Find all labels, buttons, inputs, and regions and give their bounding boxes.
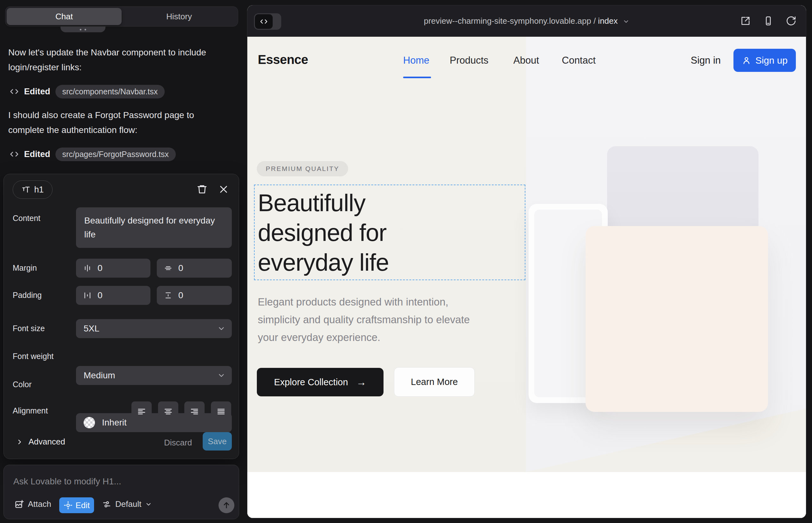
nav-link-home[interactable]: Home bbox=[403, 55, 429, 66]
font-weight-value: Medium bbox=[84, 371, 115, 381]
advanced-toggle[interactable]: Advanced bbox=[16, 437, 65, 447]
preview-site: Essence Home Products About Contact Sign… bbox=[247, 37, 806, 518]
color-select[interactable]: Inherit bbox=[76, 413, 232, 432]
file-chip[interactable]: src/components/Navbar.tsx bbox=[55, 85, 165, 98]
mode-label: Default bbox=[115, 499, 141, 509]
align-right-button[interactable] bbox=[184, 401, 205, 421]
padding-y-input[interactable]: 0 bbox=[157, 286, 232, 305]
learn-more-button[interactable]: Learn More bbox=[394, 367, 475, 397]
site-logo[interactable]: Essence bbox=[258, 53, 308, 67]
color-label: Color bbox=[13, 380, 32, 389]
align-left-button[interactable] bbox=[131, 401, 152, 421]
sign-up-button[interactable]: Sign up bbox=[734, 49, 796, 72]
lovable-app: Chat History Now let's update the Navbar… bbox=[0, 0, 812, 523]
align-center-button[interactable] bbox=[158, 401, 178, 421]
padding-horizontal-icon bbox=[83, 291, 92, 300]
color-value: Inherit bbox=[102, 418, 127, 428]
preview-window: preview--charming-site-symphony.lovable.… bbox=[247, 5, 806, 518]
edit-label: Edit bbox=[76, 501, 90, 510]
margin-x-value: 0 bbox=[98, 263, 103, 273]
font-size-value: 5XL bbox=[84, 324, 100, 334]
send-button[interactable] bbox=[218, 497, 234, 513]
arrow-right-icon: → bbox=[356, 376, 366, 388]
element-editor-panel: h1 Content Beautifully designed for ever… bbox=[3, 174, 239, 459]
margin-vertical-icon bbox=[164, 264, 173, 273]
chevron-down-icon bbox=[217, 371, 226, 380]
prompt-input[interactable] bbox=[13, 474, 222, 489]
align-right-icon bbox=[190, 407, 199, 416]
section-below-hero bbox=[247, 472, 806, 518]
preview-toolbar: preview--charming-site-symphony.lovable.… bbox=[247, 5, 806, 37]
attach-button[interactable]: Attach bbox=[15, 499, 51, 509]
align-left-icon bbox=[137, 407, 146, 416]
image-plus-icon bbox=[15, 500, 24, 509]
margin-label: Margin bbox=[13, 264, 37, 273]
align-justify-button[interactable] bbox=[211, 401, 231, 421]
margin-x-input[interactable]: 0 bbox=[76, 259, 151, 278]
font-size-label: Font size bbox=[13, 324, 45, 333]
preview-actions bbox=[740, 16, 796, 26]
tab-chat[interactable]: Chat bbox=[7, 8, 122, 25]
sign-up-label: Sign up bbox=[755, 55, 788, 66]
selected-element-tag[interactable]: h1 bbox=[13, 180, 53, 199]
edit-mode-button[interactable]: Edit bbox=[59, 497, 94, 513]
user-icon bbox=[742, 56, 751, 65]
preview-host: preview--charming-site-symphony.lovable.… bbox=[424, 16, 591, 26]
edited-file-row[interactable]: Edited src/pages/ForgotPassword.tsx bbox=[10, 147, 176, 161]
url-separator: / bbox=[594, 16, 598, 26]
nav-active-underline bbox=[403, 77, 431, 78]
trash-icon bbox=[197, 184, 208, 195]
delete-element-button[interactable] bbox=[196, 183, 208, 196]
chevron-right-icon bbox=[16, 438, 23, 446]
nav-link-about[interactable]: About bbox=[513, 55, 539, 66]
padding-x-value: 0 bbox=[98, 290, 103, 301]
nav-link-contact[interactable]: Contact bbox=[562, 55, 596, 66]
padding-vertical-icon bbox=[164, 291, 173, 300]
code-icon bbox=[10, 87, 19, 96]
locate-icon bbox=[64, 501, 72, 510]
file-chip[interactable]: src/pages/ForgotPassword.tsx bbox=[55, 147, 176, 161]
margin-horizontal-icon bbox=[83, 264, 92, 273]
edited-file-row[interactable]: Edited src/components/Navbar.tsx bbox=[10, 84, 165, 99]
content-input[interactable]: Beautifully designed for everyday life bbox=[76, 208, 232, 248]
url-bar[interactable]: preview--charming-site-symphony.lovable.… bbox=[247, 16, 806, 26]
mode-select[interactable]: Default bbox=[102, 499, 152, 509]
preview-path: index bbox=[598, 16, 618, 26]
sign-in-link[interactable]: Sign in bbox=[691, 55, 721, 66]
attach-label: Attach bbox=[28, 499, 51, 509]
arrow-up-icon bbox=[222, 501, 231, 510]
explore-collection-button[interactable]: Explore Collection → bbox=[257, 368, 384, 396]
sliders-icon bbox=[102, 500, 111, 509]
refresh-icon[interactable] bbox=[786, 16, 796, 26]
hero-card-cream bbox=[586, 226, 768, 412]
tab-history[interactable]: History bbox=[122, 8, 236, 25]
align-justify-icon bbox=[216, 407, 226, 416]
hero-heading[interactable]: Beautifully designed for everyday life bbox=[258, 188, 467, 277]
prompt-box: Attach Edit Default bbox=[3, 465, 239, 519]
font-size-select[interactable]: 5XL bbox=[76, 319, 232, 338]
save-button[interactable]: Save bbox=[203, 432, 232, 451]
edited-label: Edited bbox=[24, 87, 50, 96]
advanced-label: Advanced bbox=[29, 437, 65, 447]
padding-x-input[interactable]: 0 bbox=[76, 286, 151, 305]
align-center-icon bbox=[163, 407, 173, 416]
font-weight-label: Font weight bbox=[13, 352, 54, 361]
padding-y-value: 0 bbox=[178, 290, 183, 301]
chevron-down-icon bbox=[217, 325, 226, 333]
scrolled-chip-partial bbox=[60, 26, 105, 32]
close-panel-button[interactable] bbox=[217, 183, 230, 196]
code-icon bbox=[10, 149, 19, 159]
nav-link-products[interactable]: Products bbox=[450, 55, 488, 66]
padding-label: Padding bbox=[13, 291, 42, 300]
type-icon bbox=[21, 185, 30, 194]
premium-quality-badge: PREMIUM QUALITY bbox=[257, 161, 348, 176]
margin-y-input[interactable]: 0 bbox=[157, 259, 232, 278]
hero-paragraph: Elegant products designed with intention… bbox=[258, 293, 481, 346]
open-external-icon[interactable] bbox=[740, 16, 751, 26]
explore-collection-label: Explore Collection bbox=[274, 377, 348, 387]
font-weight-select[interactable]: Medium bbox=[76, 366, 232, 385]
chevron-down-icon bbox=[145, 501, 152, 508]
margin-y-value: 0 bbox=[178, 263, 183, 273]
discard-button[interactable]: Discard bbox=[164, 438, 192, 448]
mobile-view-icon[interactable] bbox=[763, 16, 774, 26]
